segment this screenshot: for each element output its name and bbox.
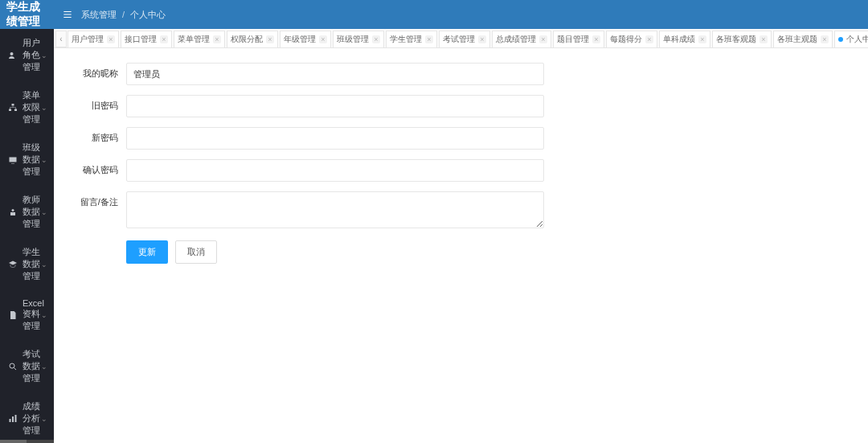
sitemap-icon [8, 103, 18, 113]
tab-label: 权限分配 [231, 34, 263, 45]
svg-rect-4 [10, 157, 17, 162]
tab-label: 考试管理 [443, 34, 475, 45]
chevron-down-icon: ⌄ [41, 51, 47, 59]
close-icon[interactable]: × [592, 35, 600, 43]
tab-label: 题目管理 [557, 34, 589, 45]
tab-label: 班级管理 [337, 34, 369, 45]
svg-rect-9 [12, 416, 14, 422]
tab-10[interactable]: 每题得分× [606, 31, 657, 47]
topbar: 系统管理 / 个人中心 管理员 [54, 0, 868, 29]
svg-rect-3 [14, 109, 17, 111]
close-icon[interactable]: × [645, 35, 653, 43]
tab-label: 总成绩管理 [496, 34, 536, 45]
tab-7[interactable]: 考试管理× [439, 31, 490, 47]
close-icon[interactable]: × [160, 35, 168, 43]
svg-point-0 [10, 52, 14, 55]
close-icon[interactable]: × [425, 35, 433, 43]
chevron-down-icon: ⌄ [41, 311, 47, 319]
tab-2[interactable]: 菜单管理× [174, 31, 225, 47]
svg-point-7 [10, 363, 14, 368]
remark-label: 留言/备注 [70, 191, 126, 208]
breadcrumb-parent[interactable]: 系统管理 [81, 10, 117, 19]
tab-label: 学生管理 [390, 34, 422, 45]
sidebar-item-student-data[interactable]: 学生数据管理 ⌄ [0, 238, 54, 290]
tab-3[interactable]: 权限分配× [227, 31, 278, 47]
close-icon[interactable]: × [539, 35, 547, 43]
chevron-down-icon: ⌄ [41, 415, 47, 423]
search-icon [8, 362, 18, 371]
class-icon [8, 155, 18, 165]
close-icon[interactable]: × [478, 35, 486, 43]
breadcrumb-current: 个人中心 [130, 10, 166, 19]
tab-label: 单科成绩 [663, 34, 695, 45]
confirm-password-label: 确认密码 [70, 159, 126, 176]
sidebar-item-class-data[interactable]: 班级数据管理 ⌄ [0, 133, 54, 186]
sidebar-item-exam-data[interactable]: 考试数据管理 ⌄ [0, 340, 54, 392]
remark-textarea[interactable] [126, 191, 544, 228]
chevron-down-icon: ⌄ [41, 260, 47, 269]
tab-label: 各班主观题 [777, 34, 817, 45]
close-icon[interactable]: × [266, 35, 274, 43]
tab-label: 用户管理 [72, 34, 104, 45]
chevron-down-icon: ⌄ [41, 363, 47, 371]
tab-6[interactable]: 学生管理× [386, 31, 437, 47]
file-icon [8, 310, 18, 320]
sidebar-item-excel[interactable]: Excel资料管理 ⌄ [0, 290, 54, 340]
app-title: 学生成绩管理 [0, 0, 54, 29]
tab-11[interactable]: 单科成绩× [659, 31, 710, 47]
chevron-down-icon: ⌄ [41, 156, 47, 164]
new-password-label: 新密码 [70, 127, 126, 144]
sidebar-item-teacher-data[interactable]: 教师数据管理 ⌄ [0, 186, 54, 238]
nickname-label: 我的昵称 [70, 63, 126, 80]
tab-strip: ‹ 用户管理×接口管理×菜单管理×权限分配×年级管理×班级管理×学生管理×考试管… [54, 29, 868, 48]
submit-button[interactable]: 更新 [126, 240, 168, 264]
menu-toggle-icon[interactable] [62, 9, 73, 20]
tab-4[interactable]: 年级管理× [280, 31, 331, 47]
active-dot-icon [838, 37, 843, 42]
chevron-down-icon: ⌄ [41, 208, 47, 216]
tab-scroll-left[interactable]: ‹ [55, 31, 67, 47]
users-icon [8, 51, 18, 60]
tab-label: 菜单管理 [178, 34, 210, 45]
tab-5[interactable]: 班级管理× [333, 31, 384, 47]
sidebar-item-user-role[interactable]: 用户角色管理 ⌄ [0, 29, 54, 81]
confirm-password-input[interactable] [126, 159, 544, 182]
tab-label: 接口管理 [125, 34, 157, 45]
tab-label: 个人中心 [846, 34, 868, 45]
sidebar-menu: 用户角色管理 ⌄ 菜单权限管理 ⌄ 班级数据管理 ⌄ 教师数据管理 ⌄ 学生数据 [0, 29, 54, 440]
close-icon[interactable]: × [698, 35, 706, 43]
sidebar-scrollbar[interactable] [0, 440, 54, 443]
sidebar-item-menu-perm[interactable]: 菜单权限管理 ⌄ [0, 81, 54, 133]
tab-8[interactable]: 总成绩管理× [492, 31, 551, 47]
sidebar: 学生成绩管理 用户角色管理 ⌄ 菜单权限管理 ⌄ 班级数据管理 ⌄ 教师数据管理… [0, 0, 54, 443]
svg-rect-2 [9, 109, 11, 111]
close-icon[interactable]: × [372, 35, 380, 43]
tab-label: 年级管理 [284, 34, 316, 45]
content-area: 我的昵称 旧密码 新密码 确认密码 留言/备注 更新 [54, 48, 868, 443]
close-icon[interactable]: × [821, 35, 829, 43]
tab-14[interactable]: 个人中心× [834, 31, 868, 47]
tab-12[interactable]: 各班客观题× [712, 31, 772, 47]
tab-13[interactable]: 各班主观题× [773, 31, 833, 47]
tab-1[interactable]: 接口管理× [121, 31, 172, 47]
cancel-button[interactable]: 取消 [175, 240, 217, 264]
old-password-label: 旧密码 [70, 95, 126, 112]
close-icon[interactable]: × [107, 35, 115, 43]
sidebar-item-score-analysis[interactable]: 成绩分析管理 ⌄ [0, 392, 54, 440]
tab-0[interactable]: 用户管理× [68, 31, 119, 47]
new-password-input[interactable] [126, 127, 544, 150]
nickname-input[interactable] [126, 63, 544, 85]
chevron-down-icon: ⌄ [41, 104, 47, 112]
chart-icon [8, 414, 18, 424]
close-icon[interactable]: × [213, 35, 221, 43]
breadcrumb-separator: / [122, 10, 125, 19]
svg-point-5 [12, 209, 14, 211]
breadcrumb: 系统管理 / 个人中心 [81, 9, 166, 21]
old-password-input[interactable] [126, 95, 544, 117]
teacher-icon [8, 207, 18, 217]
svg-rect-6 [10, 212, 15, 215]
close-icon[interactable]: × [319, 35, 327, 43]
tab-9[interactable]: 题目管理× [553, 31, 604, 47]
close-icon[interactable]: × [760, 35, 768, 43]
svg-rect-1 [12, 104, 14, 106]
